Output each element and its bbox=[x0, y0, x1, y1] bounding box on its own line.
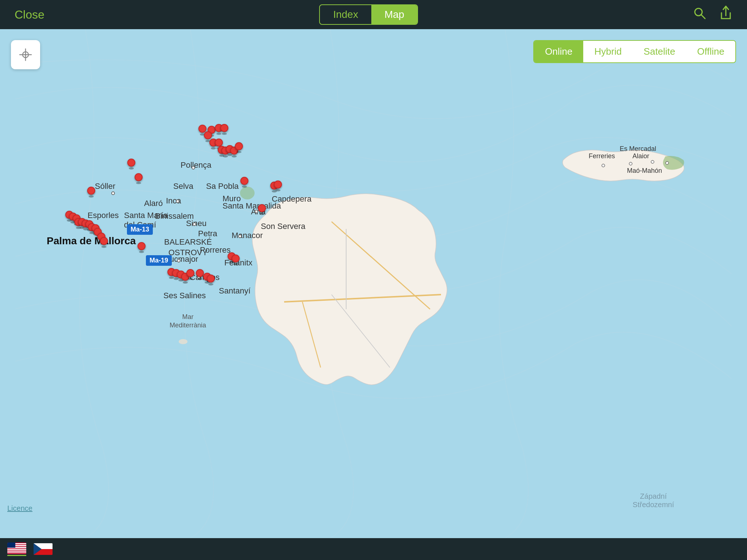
pin-31[interactable] bbox=[258, 204, 266, 215]
city-dot-soller bbox=[111, 191, 115, 195]
flag-us-underline bbox=[7, 555, 26, 556]
pin-15[interactable] bbox=[274, 180, 282, 191]
svg-text:Es Mercadal: Es Mercadal bbox=[620, 145, 656, 152]
pin-17[interactable] bbox=[135, 173, 143, 184]
map-type-offline[interactable]: Offline bbox=[686, 41, 735, 62]
map-type-online[interactable]: Online bbox=[534, 41, 583, 62]
tab-group: Index Map bbox=[319, 4, 418, 25]
header-right bbox=[693, 5, 732, 24]
pin-39[interactable] bbox=[207, 275, 215, 285]
svg-point-13 bbox=[666, 162, 669, 164]
pin-12[interactable] bbox=[235, 142, 243, 153]
label-sineu: Sineu bbox=[186, 219, 206, 228]
map-type-satelite[interactable]: Satelite bbox=[633, 41, 686, 62]
map-type-group: Online Hybrid Satelite Offline bbox=[533, 40, 736, 63]
road-badge-ma13: Ma-13 bbox=[127, 224, 153, 235]
road-badge-ma19: Ma-19 bbox=[146, 255, 172, 266]
svg-point-11 bbox=[629, 162, 632, 165]
svg-line-5 bbox=[284, 295, 441, 302]
label-sa-pobla: Sa Pobla bbox=[206, 182, 239, 191]
city-dot-manacor bbox=[238, 234, 242, 238]
city-dot-inca bbox=[176, 199, 179, 203]
label-manacor: Manacor bbox=[232, 231, 263, 240]
svg-line-8 bbox=[332, 295, 390, 368]
city-dot-pollenca bbox=[191, 166, 195, 170]
label-binissalem: Binissalem bbox=[155, 211, 194, 221]
label-porreres: Porreres bbox=[200, 245, 231, 255]
map-decorative-lines bbox=[0, 29, 747, 538]
share-button[interactable] bbox=[719, 5, 732, 24]
pin-18[interactable] bbox=[87, 187, 95, 198]
city-dot-llucmajor bbox=[177, 259, 181, 262]
label-alaro: Alaró bbox=[144, 199, 163, 208]
label-petra: Petra bbox=[198, 229, 217, 238]
header: Close Index Map bbox=[0, 0, 747, 29]
pin-4[interactable] bbox=[220, 124, 228, 135]
svg-line-6 bbox=[332, 222, 430, 309]
svg-line-7 bbox=[302, 302, 321, 368]
svg-text:Ferreries: Ferreries bbox=[589, 152, 615, 160]
search-button[interactable] bbox=[693, 7, 706, 23]
licence-link[interactable]: Licence bbox=[7, 504, 32, 513]
label-selva: Selva bbox=[173, 182, 193, 191]
svg-line-1 bbox=[701, 15, 705, 19]
svg-text:Maó-Mahón: Maó-Mahón bbox=[627, 167, 662, 174]
flag-cz-wrapper[interactable] bbox=[34, 543, 53, 555]
tab-map[interactable]: Map bbox=[371, 5, 417, 24]
green-patch-east bbox=[240, 187, 255, 199]
label-esporles: Esporles bbox=[88, 211, 119, 220]
western-mediterranean-label: ZápadníStředozemní bbox=[633, 492, 674, 509]
svg-point-10 bbox=[602, 164, 605, 167]
pin-13[interactable] bbox=[240, 177, 248, 188]
flag-us-wrapper[interactable] bbox=[7, 542, 26, 556]
tab-index[interactable]: Index bbox=[320, 5, 371, 24]
location-button[interactable] bbox=[11, 40, 40, 69]
svg-point-4 bbox=[25, 54, 26, 55]
pin-30[interactable] bbox=[100, 237, 108, 248]
label-ses-salines: Ses Salines bbox=[163, 291, 206, 300]
city-dot-sineu bbox=[193, 222, 196, 226]
label-soller: Sóller bbox=[95, 182, 115, 191]
pin-41[interactable] bbox=[232, 254, 240, 265]
pin-36[interactable] bbox=[186, 269, 194, 280]
label-palma: Palma de Mallorca bbox=[47, 235, 136, 247]
label-capdepera: Capdepera bbox=[272, 194, 311, 204]
map-type-hybrid[interactable]: Hybrid bbox=[583, 41, 632, 62]
label-santanyi: Santanyí bbox=[219, 286, 251, 296]
pin-16[interactable] bbox=[127, 159, 135, 170]
label-santa-margalida: Santa Margalida bbox=[222, 201, 281, 211]
label-mar-mediterrania: MarMediterrània bbox=[170, 313, 206, 330]
svg-text:Alaior: Alaior bbox=[632, 152, 649, 160]
small-island bbox=[179, 339, 187, 344]
close-button[interactable]: Close bbox=[15, 8, 44, 22]
label-son-servera: Son Servera bbox=[261, 222, 305, 231]
footer bbox=[0, 538, 747, 560]
pin-42[interactable] bbox=[138, 242, 146, 253]
map-container[interactable]: Online Hybrid Satelite Offline Es Mercad… bbox=[0, 29, 747, 538]
label-inca: Inca bbox=[166, 196, 181, 206]
pin-37[interactable] bbox=[196, 269, 204, 280]
svg-point-12 bbox=[651, 160, 654, 163]
minorca-island: Es Mercadal Ferreries Alaior Maó-Mahón bbox=[560, 131, 687, 204]
label-pollenca: Pollença bbox=[181, 160, 211, 170]
label-muro: Muro bbox=[222, 194, 241, 203]
label-balearke: BALEARSKÉOSTROVY bbox=[164, 237, 212, 258]
